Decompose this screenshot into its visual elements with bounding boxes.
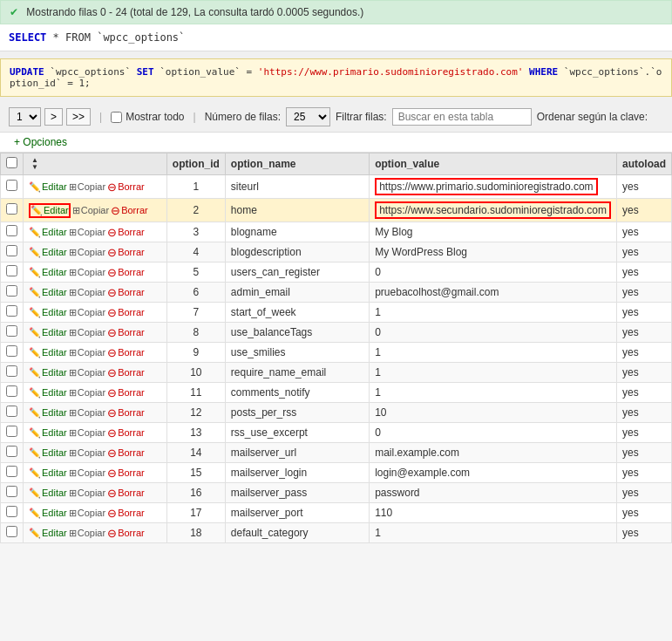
edit-button[interactable]: ✏️ Editar [29, 508, 67, 519]
edit-button[interactable]: ✏️ Editar [29, 347, 67, 358]
row-checkbox[interactable] [6, 265, 17, 276]
delete-button[interactable]: ⊖ Borrar [107, 386, 145, 399]
cell-option-id: 6 [166, 283, 225, 303]
col-header-autoload[interactable]: autoload [616, 153, 671, 175]
row-checkbox[interactable] [6, 225, 17, 236]
edit-button[interactable]: ✏️ Editar [29, 247, 67, 258]
row-checkbox[interactable] [6, 486, 17, 497]
delete-button[interactable]: ⊖ Borrar [107, 527, 145, 540]
options-link[interactable]: + Opciones [5, 134, 76, 150]
edit-button[interactable]: ✏️ Editar [29, 227, 67, 238]
cell-option-name: comments_notify [225, 383, 369, 403]
cell-option-value: login@example.com [370, 463, 617, 483]
delete-button[interactable]: ⊖ Borrar [107, 326, 145, 339]
row-checkbox[interactable] [6, 305, 17, 317]
delete-button[interactable]: ⊖ Borrar [107, 366, 145, 379]
delete-button[interactable]: ⊖ Borrar [107, 346, 145, 359]
row-checkbox[interactable] [6, 345, 17, 357]
edit-button[interactable]: ✏️ Editar [29, 181, 67, 193]
copy-button[interactable]: ⊞ Copiar [69, 327, 105, 338]
cell-option-name: siteurl [225, 175, 369, 199]
row-checkbox[interactable] [6, 426, 17, 437]
edit-button[interactable]: ✏️ Editar [29, 447, 67, 459]
col-header-option-name[interactable]: option_name [225, 153, 369, 175]
row-checkbox[interactable] [6, 506, 17, 517]
select-all-checkbox[interactable] [6, 157, 17, 168]
cell-autoload: yes [616, 363, 671, 383]
delete-button[interactable]: ⊖ Borrar [107, 406, 145, 419]
table-row: ✏️ Editar ⊞ Copiar ⊖ Borrar 9use_smilies… [1, 343, 672, 363]
col-header-option-value[interactable]: option_value [370, 153, 617, 175]
delete-button[interactable]: ⊖ Borrar [107, 306, 145, 319]
edit-button[interactable]: ✏️ Editar [29, 267, 67, 278]
copy-button[interactable]: ⊞ Copiar [69, 287, 105, 298]
copy-button[interactable]: ⊞ Copiar [69, 247, 105, 258]
edit-button[interactable]: ✏️ Editar [29, 287, 67, 298]
row-checkbox[interactable] [6, 446, 17, 457]
copy-button[interactable]: ⊞ Copiar [69, 488, 105, 499]
row-checkbox[interactable] [6, 245, 17, 256]
copy-button[interactable]: ⊞ Copiar [69, 427, 105, 439]
copy-button[interactable]: ⊞ Copiar [69, 508, 105, 519]
rows-per-page-select[interactable]: 25 50 100 [286, 107, 330, 126]
edit-button[interactable]: ✏️ Editar [29, 528, 67, 539]
edit-button[interactable]: ✏️ Editar [29, 387, 67, 399]
col-header-option-id[interactable]: option_id [166, 153, 225, 175]
row-checkbox[interactable] [6, 365, 17, 377]
delete-button[interactable]: ⊖ Borrar [107, 246, 145, 259]
row-checkbox[interactable] [6, 203, 17, 215]
show-all-label[interactable]: Mostrar todo [111, 111, 184, 123]
delete-button[interactable]: ⊖ Borrar [107, 507, 145, 520]
cell-option-id: 15 [166, 463, 225, 483]
copy-button[interactable]: ⊞ Copiar [69, 387, 105, 399]
cell-option-id: 18 [166, 523, 225, 543]
copy-button[interactable]: ⊞ Copiar [69, 407, 105, 419]
copy-button[interactable]: ⊞ Copiar [69, 447, 105, 459]
copy-button[interactable]: ⊞ Copiar [69, 367, 105, 378]
row-checkbox[interactable] [6, 285, 17, 297]
copy-button[interactable]: ⊞ Copiar [72, 205, 109, 216]
delete-button[interactable]: ⊖ Borrar [107, 426, 145, 440]
cell-option-value: 0 [370, 263, 617, 283]
cell-autoload: yes [616, 242, 671, 263]
delete-button[interactable]: ⊖ Borrar [107, 181, 145, 194]
edit-button[interactable]: ✏️ Editar [29, 407, 67, 419]
row-checkbox[interactable] [6, 526, 17, 537]
row-checkbox[interactable] [6, 325, 17, 337]
row-checkbox[interactable] [6, 385, 17, 397]
edit-button[interactable]: ✏️ Editar [29, 467, 67, 479]
page-selector[interactable]: 1 [9, 107, 41, 126]
nav-next-next-button[interactable]: >> [66, 108, 91, 126]
delete-button[interactable]: ⊖ Borrar [111, 204, 148, 217]
filter-input[interactable] [392, 108, 532, 126]
cell-autoload: yes [616, 263, 671, 283]
row-checkbox[interactable] [6, 466, 17, 477]
copy-button[interactable]: ⊞ Copiar [69, 267, 105, 278]
delete-button[interactable]: ⊖ Borrar [107, 226, 145, 239]
copy-button[interactable]: ⊞ Copiar [69, 528, 105, 539]
copy-button[interactable]: ⊞ Copiar [69, 307, 105, 318]
edit-button[interactable]: ✏️ Editar [29, 307, 67, 318]
delete-button[interactable]: ⊖ Borrar [107, 467, 145, 480]
delete-button[interactable]: ⊖ Borrar [107, 447, 145, 460]
copy-button[interactable]: ⊞ Copiar [69, 181, 105, 193]
delete-button[interactable]: ⊖ Borrar [107, 266, 145, 279]
cell-option-id: 12 [166, 403, 225, 423]
edit-button[interactable]: ✏️ Editar [29, 367, 67, 378]
delete-button[interactable]: ⊖ Borrar [107, 487, 145, 500]
copy-button[interactable]: ⊞ Copiar [69, 227, 105, 238]
status-bar: ✔ Mostrando filas 0 - 24 (total de 129, … [0, 0, 672, 24]
show-all-checkbox[interactable] [111, 112, 122, 123]
edit-button[interactable]: ✏️ Editar [29, 327, 67, 338]
toolbar-separator-1: | [99, 111, 102, 123]
row-checkbox[interactable] [6, 180, 17, 191]
edit-button[interactable]: ✏️ Editar [29, 427, 67, 439]
edit-button[interactable]: ✏️ Editar [29, 488, 67, 499]
delete-button[interactable]: ⊖ Borrar [107, 286, 145, 299]
nav-next-button[interactable]: > [44, 108, 63, 126]
copy-button[interactable]: ⊞ Copiar [69, 467, 105, 479]
row-checkbox[interactable] [6, 406, 17, 417]
copy-button[interactable]: ⊞ Copiar [69, 347, 105, 358]
cell-autoload: yes [616, 303, 671, 323]
edit-button[interactable]: ✏️ Editar [29, 203, 71, 218]
